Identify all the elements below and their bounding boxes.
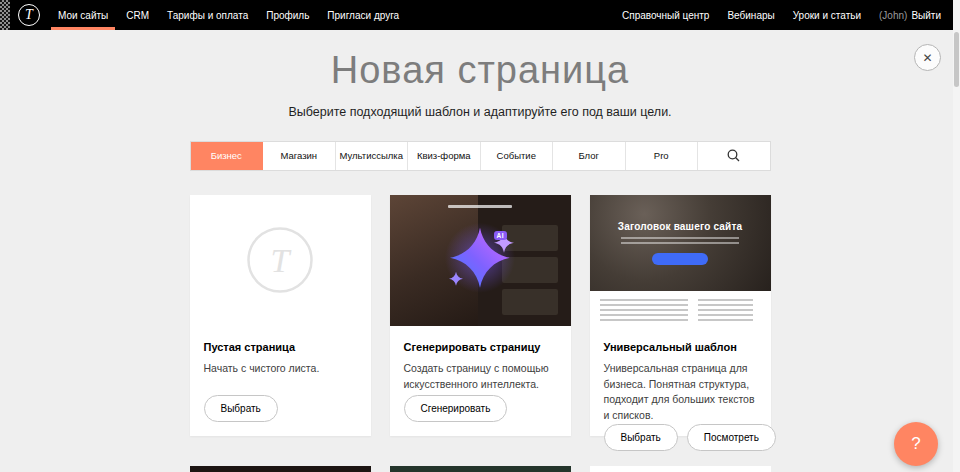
card-body: Сгенерировать страницу Создать страницу … — [390, 326, 571, 436]
choose-blank-button[interactable]: Выбрать — [204, 395, 278, 422]
card-blank-page: T Пустая страница Начать с чистого листа… — [190, 195, 371, 436]
template-cards-row-partial — [190, 466, 771, 472]
tab-shop[interactable]: Магазин — [263, 142, 336, 170]
template-card-partial — [590, 466, 771, 472]
close-button[interactable]: ✕ — [914, 44, 941, 71]
preview-site-heading: Заголовок вашего сайта — [590, 221, 771, 232]
nav-crm[interactable]: CRM — [117, 0, 158, 30]
text-placeholder-column — [698, 299, 753, 321]
tab-multilink[interactable]: Мультиссылка — [336, 142, 409, 170]
primary-nav: T Мои сайты CRM Тарифы и оплата Профиль … — [0, 0, 408, 30]
preview-hero: Заголовок вашего сайта — [590, 195, 771, 291]
card-body: Универсальный шаблон Универсальная стран… — [590, 326, 771, 465]
scrollbar-thumb[interactable] — [954, 32, 959, 87]
card-actions: Выбрать — [204, 395, 357, 422]
user-name: (John) — [879, 10, 907, 21]
nav-profile[interactable]: Профиль — [257, 0, 318, 30]
secondary-nav: Справочный центр Вебинары Уроки и статьи… — [613, 0, 953, 30]
tab-blog[interactable]: Блог — [553, 142, 626, 170]
card-description: Универсальная страница для бизнеса. Поня… — [604, 361, 757, 424]
template-cards-row: T Пустая страница Начать с чистого листа… — [190, 195, 771, 436]
universal-template-preview: Заголовок вашего сайта — [590, 195, 771, 326]
blank-page-preview: T — [190, 195, 371, 326]
preview-caption-bars — [621, 237, 739, 244]
nav-lessons-articles[interactable]: Уроки и статьи — [784, 0, 870, 30]
choose-template-button[interactable]: Выбрать — [604, 424, 678, 451]
preview-text-section — [590, 291, 771, 326]
card-actions: Сгенерировать — [404, 395, 557, 422]
tab-event[interactable]: Событие — [481, 142, 554, 170]
logout-link[interactable]: Выйти — [911, 10, 941, 21]
view-template-button[interactable]: Посмотреть — [687, 424, 776, 451]
card-title: Сгенерировать страницу — [404, 341, 557, 353]
card-description: Начать с чистого листа. — [204, 361, 357, 377]
card-actions: Выбрать Посмотреть — [604, 424, 757, 451]
scrollbar-track[interactable] — [953, 0, 960, 472]
template-card-partial — [190, 466, 371, 472]
nav-tariffs-payment[interactable]: Тарифы и оплата — [158, 0, 257, 30]
checker-pattern — [0, 0, 10, 30]
nav-invite-friend[interactable]: Пригласи друга — [318, 0, 408, 30]
card-title: Пустая страница — [204, 341, 357, 353]
page-subtitle: Выберите подходящий шаблон и адаптируйте… — [0, 105, 960, 119]
svg-text:T: T — [271, 242, 292, 279]
help-button[interactable]: ? — [894, 422, 938, 466]
nav-my-sites[interactable]: Мои сайты — [49, 0, 117, 30]
text-placeholder-column — [600, 299, 688, 321]
close-icon: ✕ — [922, 52, 932, 64]
generate-button[interactable]: Сгенерировать — [404, 395, 508, 422]
nav-webinars[interactable]: Вебинары — [718, 0, 783, 30]
template-category-tabs: Бизнес Магазин Мультиссылка Квиз-форма С… — [190, 141, 771, 171]
help-icon: ? — [911, 434, 920, 454]
search-icon — [727, 149, 740, 162]
tilda-watermark-icon: T — [246, 226, 314, 294]
tab-pro[interactable]: Pro — [626, 142, 699, 170]
page-title: Новая страница — [0, 50, 960, 92]
tab-quiz-form[interactable]: Квиз-форма — [408, 142, 481, 170]
user-menu: (John) Выйти — [870, 0, 941, 30]
logo-letter: T — [25, 7, 33, 23]
preview-cta-button — [652, 253, 708, 265]
tab-business[interactable]: Бизнес — [191, 142, 264, 170]
card-universal-template: Заголовок вашего сайта Универсальный шаб… — [590, 195, 771, 436]
ai-preview: AI — [390, 195, 571, 326]
ai-sparkle-icon — [425, 203, 535, 313]
card-description: Создать страницу с помощью искусственног… — [404, 361, 557, 393]
template-card-partial — [390, 466, 571, 472]
ai-badge: AI — [494, 231, 508, 240]
tilda-logo[interactable]: T — [18, 4, 40, 26]
tab-search[interactable] — [698, 142, 770, 170]
nav-help-center[interactable]: Справочный центр — [613, 0, 718, 30]
topbar: T Мои сайты CRM Тарифы и оплата Профиль … — [0, 0, 953, 30]
card-generate-page: AI Сгенерировать страницу Создать страни… — [390, 195, 571, 436]
card-title: Универсальный шаблон — [604, 341, 757, 353]
card-body: Пустая страница Начать с чистого листа. … — [190, 326, 371, 436]
